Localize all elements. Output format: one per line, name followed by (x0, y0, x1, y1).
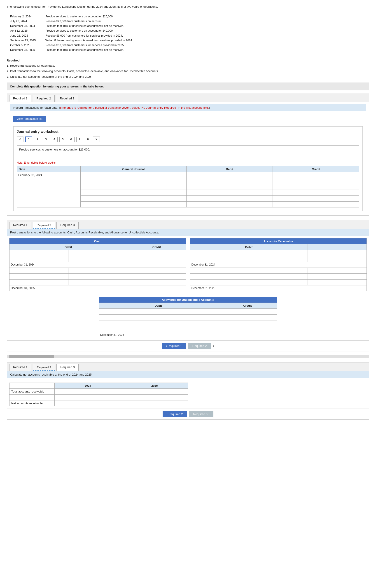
tab-required2-in-req3[interactable]: Required 2 (33, 364, 55, 371)
ar-mid-4[interactable] (249, 273, 308, 279)
credit-input-5[interactable] (274, 197, 358, 200)
debit-cell-3[interactable] (186, 184, 273, 190)
middle-2025-input-1[interactable] (123, 396, 186, 399)
debit-input-5[interactable] (188, 197, 272, 200)
tab-required2-in-req1[interactable]: Required 2 (33, 95, 55, 102)
credit-input-3[interactable] (274, 185, 358, 188)
journal-input-1[interactable] (80, 172, 186, 178)
middle-2024-input-1[interactable] (56, 396, 119, 399)
journal-input-6[interactable] (80, 201, 186, 207)
allow-mid-input-4[interactable] (160, 327, 216, 331)
credit-input-6[interactable] (274, 203, 358, 206)
cash-mid-input-3[interactable] (70, 269, 126, 272)
tab-required1-in-req2[interactable]: Required 1 (9, 222, 31, 229)
allow-credit-input-1[interactable] (219, 310, 276, 313)
credit-cell-5[interactable] (273, 195, 359, 201)
page-8-button[interactable]: 8 (85, 137, 91, 142)
allow-credit-3[interactable] (218, 320, 277, 326)
credit-input-2[interactable] (274, 179, 358, 182)
cash-mid-4[interactable] (68, 273, 127, 279)
debit-input-3[interactable] (188, 185, 272, 188)
cash-debit-2[interactable] (10, 256, 68, 262)
debit-input-2[interactable] (188, 179, 272, 182)
total-ar-2025-input[interactable] (123, 390, 186, 393)
credit-input-4[interactable] (274, 191, 358, 194)
net-ar-2025[interactable] (121, 400, 188, 406)
ar-mid-5[interactable] (249, 279, 308, 285)
horizontal-scrollbar[interactable] (7, 355, 369, 358)
allow-credit-input-3[interactable] (219, 321, 276, 325)
ar-debit-input-5[interactable] (191, 281, 248, 284)
ar-credit-1[interactable] (308, 250, 367, 256)
cash-debit-input-3[interactable] (11, 269, 67, 272)
allow-mid-2[interactable] (158, 314, 218, 320)
ar-debit-5[interactable] (190, 279, 249, 285)
journal-account-6[interactable] (86, 203, 185, 206)
required3-nav-button[interactable]: Required 3 › (189, 411, 214, 417)
credit-cell-1[interactable] (273, 172, 359, 178)
page-4-button[interactable]: 4 (51, 137, 58, 142)
cash-debit-5[interactable] (10, 279, 68, 285)
ar-mid-input-2[interactable] (250, 257, 306, 260)
allow-debit-3[interactable] (99, 320, 158, 326)
cash-mid-input-2[interactable] (70, 257, 126, 260)
cash-debit-input-5[interactable] (11, 281, 67, 284)
scrollbar-thumb[interactable] (9, 355, 54, 358)
cash-credit-2[interactable] (127, 256, 186, 262)
allow-debit-4[interactable] (99, 326, 158, 332)
tab-required2-active[interactable]: Required 2 (33, 222, 55, 229)
allow-mid-1[interactable] (158, 309, 218, 314)
ar-debit-4[interactable] (190, 273, 249, 279)
ar-mid-1[interactable] (249, 250, 308, 256)
tab-required1-in-req3[interactable]: Required 1 (9, 364, 31, 371)
journal-input-3[interactable] (80, 184, 186, 190)
credit-cell-2[interactable] (273, 178, 359, 184)
debit-cell-2[interactable] (186, 178, 273, 184)
ar-debit-2[interactable] (190, 256, 249, 262)
credit-cell-6[interactable] (273, 201, 359, 207)
cash-credit-input-5[interactable] (129, 281, 185, 284)
allow-credit-input-4[interactable] (219, 327, 276, 331)
tab-required3-active[interactable]: Required 3 (56, 364, 79, 371)
journal-account-1[interactable] (82, 173, 185, 177)
ar-credit-4[interactable] (308, 273, 367, 279)
cash-debit-input-4[interactable] (11, 275, 67, 278)
total-ar-2024[interactable] (55, 388, 121, 394)
net-ar-2024[interactable] (55, 400, 121, 406)
page-2-button[interactable]: 2 (34, 137, 41, 142)
ar-mid-2[interactable] (249, 256, 308, 262)
cash-credit-1[interactable] (127, 250, 186, 256)
debit-cell-6[interactable] (186, 201, 273, 207)
cash-credit-5[interactable] (127, 279, 186, 285)
ar-mid-input-3[interactable] (250, 269, 306, 272)
allow-mid-3[interactable] (158, 320, 218, 326)
tab-required3-in-req2[interactable]: Required 3 (56, 222, 79, 229)
ar-debit-input-1[interactable] (191, 251, 248, 255)
cash-debit-3[interactable] (10, 267, 68, 273)
tab-required1[interactable]: Required 1 (9, 95, 31, 102)
cash-credit-input-2[interactable] (129, 257, 185, 260)
required2-nav-button[interactable]: Required 2 (188, 343, 211, 349)
middle-2024-1[interactable] (55, 394, 121, 400)
ar-credit-input-4[interactable] (309, 275, 365, 278)
allow-mid-input-1[interactable] (160, 310, 216, 313)
next-page-button[interactable]: > (93, 137, 100, 142)
allow-mid-input-2[interactable] (160, 316, 216, 319)
required1-back-button[interactable]: ‹ Required 1 (162, 343, 186, 349)
ar-credit-3[interactable] (308, 267, 367, 273)
ar-mid-3[interactable] (249, 267, 308, 273)
ar-debit-input-2[interactable] (191, 257, 248, 260)
debit-cell-4[interactable] (186, 190, 273, 195)
ar-mid-input-5[interactable] (250, 281, 306, 284)
cash-mid-input-4[interactable] (70, 275, 126, 278)
credit-cell-3[interactable] (273, 184, 359, 190)
cash-debit-4[interactable] (10, 273, 68, 279)
ar-debit-input-3[interactable] (191, 269, 248, 272)
page-1-button[interactable]: 1 (25, 137, 32, 142)
allow-debit-input-3[interactable] (100, 321, 157, 325)
tab-required3-in-req1[interactable]: Required 3 (56, 95, 78, 102)
cash-debit-input-1[interactable] (11, 251, 67, 255)
journal-input-2[interactable] (80, 178, 186, 184)
debit-cell-1[interactable] (186, 172, 273, 178)
ar-credit-input-5[interactable] (309, 281, 365, 284)
